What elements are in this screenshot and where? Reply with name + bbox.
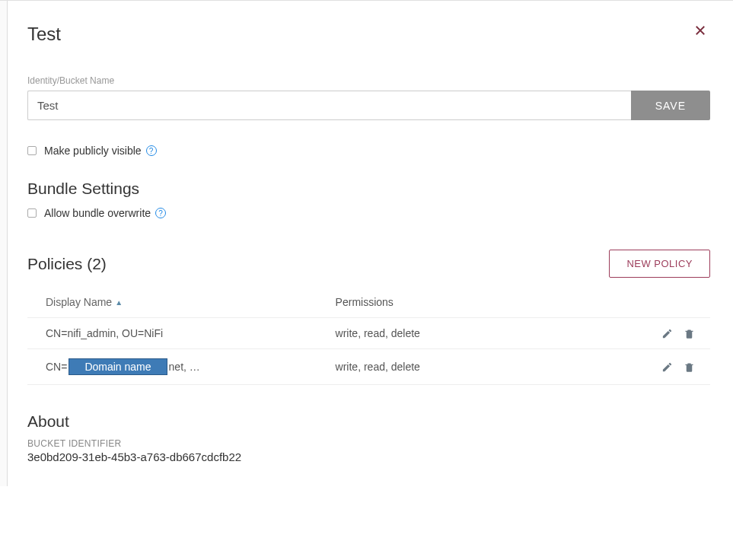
public-visible-checkbox[interactable] xyxy=(27,146,37,155)
policies-header: Policies (2) NEW POLICY xyxy=(27,250,710,278)
page-title: Test xyxy=(27,24,61,45)
delete-icon[interactable] xyxy=(684,361,695,373)
col-header-name[interactable]: Display Name ▲ xyxy=(46,296,336,308)
bundle-overwrite-label: Allow bundle overwrite xyxy=(44,207,151,219)
policy-display-name: CN=Domain namenet, … xyxy=(46,358,336,375)
help-icon[interactable]: ? xyxy=(155,208,166,218)
display-name-prefix: CN= xyxy=(46,361,67,373)
bucket-id-label: BUCKET IDENTIFIER xyxy=(27,438,710,449)
table-row: CN=nifi_admin, OU=NiFi write, read, dele… xyxy=(27,318,710,349)
display-name-text: CN=nifi_admin, OU=NiFi xyxy=(46,327,163,339)
save-button[interactable]: SAVE xyxy=(631,91,710,120)
delete-icon[interactable] xyxy=(684,328,695,339)
table-header: Display Name ▲ Permissions xyxy=(27,287,710,318)
policy-permissions: write, read, delete xyxy=(336,327,586,339)
about-title: About xyxy=(27,412,710,431)
left-rail xyxy=(0,1,8,486)
header-row: Test xyxy=(27,24,710,45)
bundle-settings-title: Bundle Settings xyxy=(27,180,710,198)
display-name-suffix: net, … xyxy=(169,361,200,373)
bucket-id-value: 3e0bd209-31eb-45b3-a763-db667cdcfb22 xyxy=(27,450,710,463)
col-header-name-label: Display Name xyxy=(46,296,112,308)
identity-row: SAVE xyxy=(27,91,710,120)
edit-icon[interactable] xyxy=(661,361,673,373)
policies-table: Display Name ▲ Permissions CN=nifi_admin… xyxy=(27,287,710,385)
redaction-badge: Domain name xyxy=(69,358,167,375)
identity-label: Identity/Bucket Name xyxy=(27,75,710,86)
col-header-permissions[interactable]: Permissions xyxy=(336,296,586,308)
about-section: About BUCKET IDENTIFIER 3e0bd209-31eb-45… xyxy=(27,412,710,463)
table-row: CN=Domain namenet, … write, read, delete xyxy=(27,349,710,385)
policy-permissions: write, read, delete xyxy=(336,361,586,373)
help-icon[interactable]: ? xyxy=(146,145,157,156)
policy-display-name: CN=nifi_admin, OU=NiFi xyxy=(46,327,336,339)
policies-title: Policies (2) xyxy=(27,255,107,273)
edit-icon[interactable] xyxy=(661,328,673,339)
close-icon[interactable] xyxy=(690,24,710,37)
bundle-overwrite-row: Allow bundle overwrite ? xyxy=(27,207,710,219)
public-visible-label: Make publicly visible xyxy=(44,145,142,157)
bundle-overwrite-checkbox[interactable] xyxy=(27,208,37,218)
identity-input[interactable] xyxy=(27,91,631,120)
sort-asc-icon: ▲ xyxy=(115,298,123,307)
new-policy-button[interactable]: NEW POLICY xyxy=(609,250,710,278)
bucket-panel: Test Identity/Bucket Name SAVE Make publ… xyxy=(0,0,733,486)
public-visible-row: Make publicly visible ? xyxy=(27,145,710,157)
